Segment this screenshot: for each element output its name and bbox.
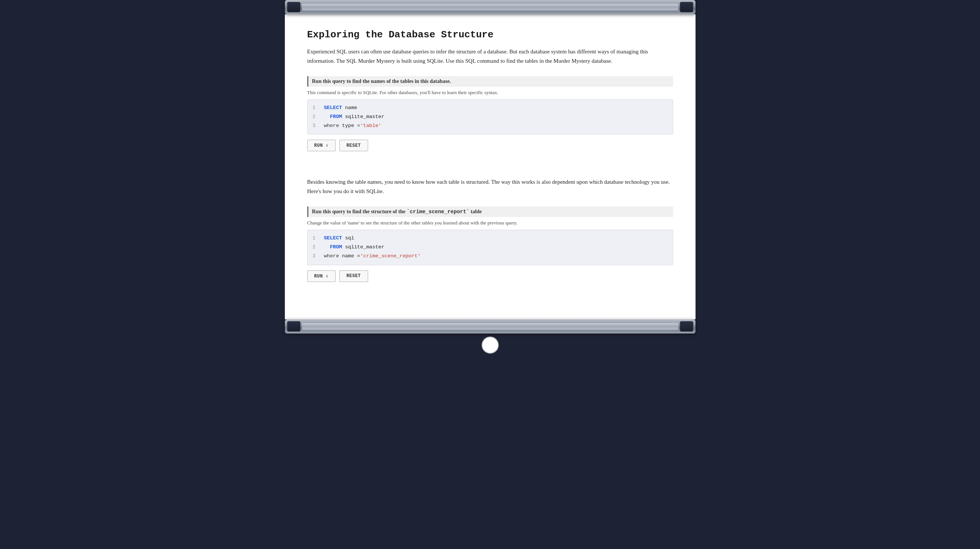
code2-line-1: 1 SELECT sql: [313, 234, 668, 243]
code2-line-3: 3 where name = 'crime_scene_report': [313, 252, 668, 261]
code2-table-1: sqlite_master: [342, 243, 384, 252]
scroll-frame: Exploring the Database Structure Experie…: [285, 0, 695, 354]
kw-select-2: SELECT: [324, 234, 342, 243]
code-str-1: 'table': [360, 121, 382, 130]
rod-cap-left: [287, 2, 301, 12]
rod-bottom: [285, 319, 695, 334]
query2-label: Run this query to find the structure of …: [307, 207, 673, 217]
code2-str-1: 'crime_scene_report': [360, 252, 421, 261]
code-name-1: name: [342, 103, 357, 112]
kw-where-1: where: [324, 121, 339, 130]
code-line-3: 3 where type = 'table': [313, 121, 668, 130]
scroll-knob: [482, 336, 499, 354]
query1-buttons: RUN ⇩ RESET: [307, 140, 673, 151]
code2-cond-1: name =: [339, 252, 360, 261]
line-num-2: 2: [313, 113, 320, 121]
query1-label: Run this query to find the names of the …: [307, 76, 673, 87]
query2-reset-button[interactable]: RESET: [339, 271, 368, 282]
rod-bar-top: [302, 4, 678, 10]
line2-num-1: 1: [313, 234, 320, 243]
code2-name-1: sql: [342, 234, 354, 243]
query1-reset-button[interactable]: RESET: [339, 140, 368, 151]
query2-buttons: RUN ⇩ RESET: [307, 271, 673, 282]
rod-cap-bottom-right: [680, 321, 693, 332]
kw-from-1: FROM: [324, 112, 342, 121]
paper-content: Exploring the Database Structure Experie…: [285, 14, 695, 319]
code-line-1: 1 SELECT name: [313, 103, 668, 112]
middle-text: Besides knowing the table names, you nee…: [307, 177, 673, 196]
code-table-1: sqlite_master: [342, 112, 384, 121]
kw-select-1: SELECT: [324, 103, 342, 112]
query2-run-button[interactable]: RUN ⇩: [307, 271, 336, 282]
query1-code: 1 SELECT name 2 FROM sqlite_master 3 whe…: [307, 99, 673, 135]
query2-sublabel: Change the value of 'name' to see the st…: [307, 220, 673, 226]
line2-num-2: 2: [313, 243, 320, 252]
line2-num-3: 3: [313, 253, 320, 261]
line-num-1: 1: [313, 104, 320, 112]
rod-cap-right: [680, 2, 693, 12]
line-num-3: 3: [313, 122, 320, 130]
query2-table-name: `crime_scene_report`: [407, 209, 469, 215]
page-title: Exploring the Database Structure: [307, 29, 673, 40]
code-line-2: 2 FROM sqlite_master: [313, 112, 668, 121]
code-cond-1: type =: [339, 121, 360, 130]
query1-run-button[interactable]: RUN ⇩: [307, 140, 336, 151]
kw-where-2: where: [324, 252, 339, 261]
kw-from-2: FROM: [324, 243, 342, 252]
query1-sublabel: This command is specific to SQLite. For …: [307, 90, 673, 95]
rod-cap-bottom-left: [287, 321, 301, 332]
rod-top: [285, 0, 695, 14]
intro-text: Experienced SQL users can often use data…: [307, 47, 673, 66]
rod-bar-bottom: [302, 323, 678, 330]
query2-code: 1 SELECT sql 2 FROM sqlite_master 3 wher…: [307, 230, 673, 265]
code2-line-2: 2 FROM sqlite_master: [313, 243, 668, 252]
section-gap-1: [307, 166, 673, 177]
